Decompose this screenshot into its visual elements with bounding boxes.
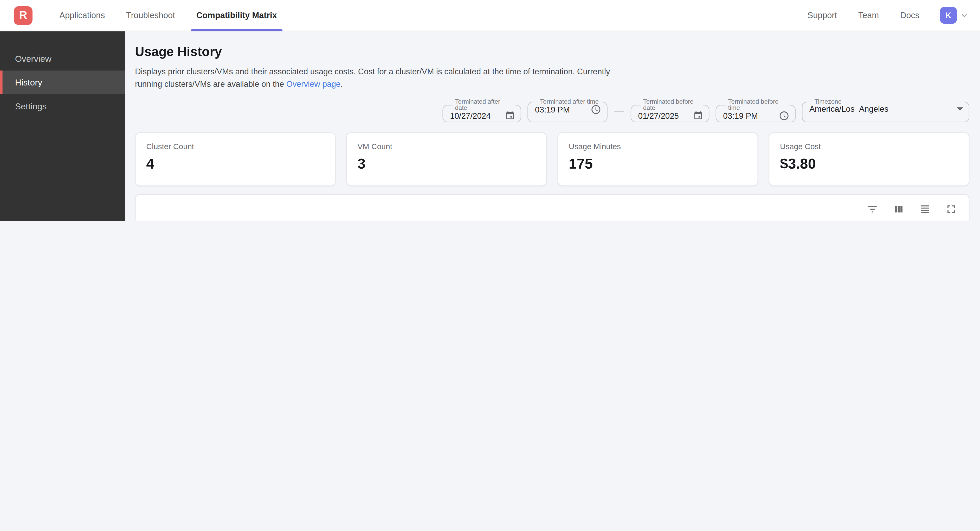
stat-label: Usage Minutes <box>569 143 747 151</box>
column-header-by[interactable]: By <box>262 220 342 221</box>
stat-value: $3.80 <box>780 155 958 172</box>
calendar-icon[interactable] <box>505 110 515 120</box>
field-label: Terminated after time <box>538 99 601 105</box>
column-header-instance[interactable]: Instance <box>642 220 736 221</box>
main-content: Usage History Displays prior clusters/VM… <box>125 31 980 221</box>
column-header-status[interactable]: Status <box>567 220 642 221</box>
stat-label: VM Count <box>358 143 536 151</box>
terminated-before-date-field[interactable]: Terminated before date 01/27/2025 <box>631 99 710 122</box>
column-header-type[interactable]: Type <box>505 220 567 221</box>
logo-letter: R <box>19 9 27 22</box>
page-title: Usage History <box>135 44 969 60</box>
stat-label: Cluster Count <box>146 143 325 151</box>
chevron-down-icon[interactable] <box>960 11 969 20</box>
filters-bar: Terminated after date 10/27/2024 Termina… <box>135 99 969 122</box>
field-value: 01/27/2025 <box>638 111 679 120</box>
filter-icon[interactable] <box>865 202 879 216</box>
stat-value: 175 <box>569 155 747 172</box>
column-header-nodes[interactable]: Nodes <box>736 220 814 221</box>
user-avatar[interactable]: K <box>940 7 957 24</box>
columns-icon[interactable] <box>892 202 905 216</box>
table-header-row: Actions Name By Cost Distribution Type S… <box>147 220 959 221</box>
fullscreen-icon[interactable] <box>944 202 958 216</box>
field-label: Timezone <box>812 99 844 105</box>
field-value: 10/27/2024 <box>450 111 490 120</box>
column-header-created-at[interactable]: Created At <box>891 220 959 221</box>
calendar-icon[interactable] <box>693 110 703 120</box>
column-header-cost[interactable]: Cost <box>342 220 417 221</box>
navbar-right: Support Team Docs K <box>797 7 980 24</box>
sidebar-item-history[interactable]: History <box>0 71 125 94</box>
terminated-after-time-field[interactable]: Terminated after time 03:19 PM <box>527 99 608 122</box>
nav-link-support[interactable]: Support <box>797 11 848 20</box>
sidebar-item-overview[interactable]: Overview <box>0 47 125 70</box>
terminated-before-time-field[interactable]: Terminated before time 03:19 PM <box>716 99 796 122</box>
density-icon[interactable] <box>918 202 932 216</box>
nav-item-compatibility-matrix[interactable]: Compatibility Matrix <box>186 0 288 31</box>
field-label: Terminated after date <box>453 99 515 111</box>
sidebar-item-settings[interactable]: Settings <box>0 94 125 118</box>
field-value: America/Los_Angeles <box>810 104 888 114</box>
stat-cards: Cluster Count 4 VM Count 3 Usage Minutes… <box>135 132 969 186</box>
description-text: Displays prior clusters/VMs and their as… <box>135 67 610 89</box>
app-window: R Applications Troubleshoot Compatibilit… <box>0 0 980 221</box>
replicated-logo[interactable]: R <box>14 6 32 25</box>
stat-card-cluster-count: Cluster Count 4 <box>135 132 336 186</box>
description-period: . <box>340 79 343 89</box>
page-description: Displays prior clusters/VMs and their as… <box>135 65 624 90</box>
overview-page-link[interactable]: Overview page <box>286 79 340 89</box>
dropdown-arrow-icon[interactable] <box>957 107 963 110</box>
nav-link-docs[interactable]: Docs <box>889 11 930 20</box>
nav-item-applications[interactable]: Applications <box>49 0 116 31</box>
avatar-initial: K <box>945 11 951 20</box>
field-label: Terminated before time <box>725 99 789 111</box>
sidebar: Overview History Settings <box>0 31 125 221</box>
stat-label: Usage Cost <box>780 143 958 151</box>
stat-card-usage-cost: Usage Cost $3.80 <box>769 132 969 186</box>
usage-history-table-card: Actions Name By Cost Distribution Type S… <box>135 194 969 221</box>
field-label: Terminated before date <box>641 99 703 111</box>
clock-icon[interactable] <box>591 104 601 115</box>
table-toolbar <box>135 195 969 220</box>
stat-card-usage-minutes: Usage Minutes 175 <box>558 132 758 186</box>
nav-link-team[interactable]: Team <box>848 11 889 20</box>
column-header-node-groups[interactable]: Node Groups <box>814 220 891 221</box>
top-navbar: R Applications Troubleshoot Compatibilit… <box>0 0 980 31</box>
field-value: 03:19 PM <box>723 111 758 120</box>
nav-item-troubleshoot[interactable]: Troubleshoot <box>116 0 186 31</box>
column-header-actions: Actions <box>147 220 182 221</box>
column-header-name[interactable]: Name <box>182 220 262 221</box>
column-header-distribution[interactable]: Distribution <box>417 220 505 221</box>
stat-card-vm-count: VM Count 3 <box>346 132 547 186</box>
clock-icon[interactable] <box>779 110 789 121</box>
timezone-select[interactable]: Timezone America/Los_Angeles <box>802 99 969 122</box>
stat-value: 4 <box>146 155 325 172</box>
stat-value: 3 <box>358 155 536 172</box>
usage-history-table: Actions Name By Cost Distribution Type S… <box>147 220 959 221</box>
date-range-dash: — <box>614 105 624 116</box>
field-value: 03:19 PM <box>535 105 570 114</box>
terminated-after-date-field[interactable]: Terminated after date 10/27/2024 <box>442 99 521 122</box>
